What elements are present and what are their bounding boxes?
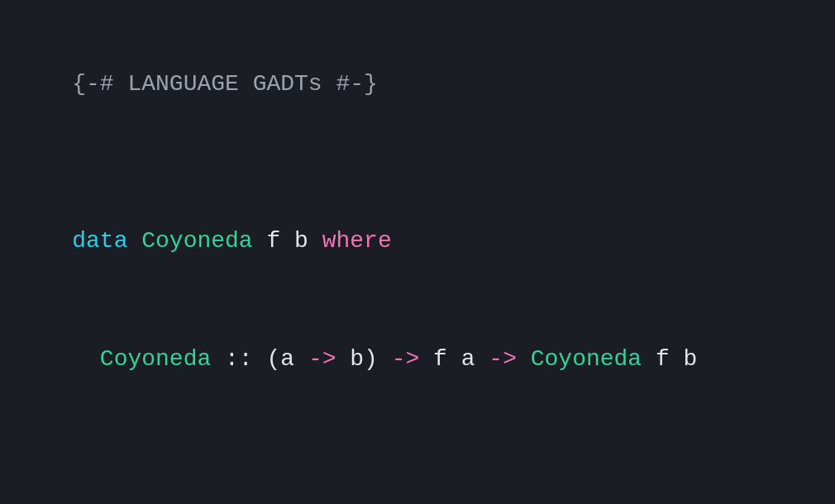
constructor-sig-end: f b (642, 346, 697, 372)
keyword-where: where (322, 228, 392, 254)
type-coyoneda-1: Coyoneda (141, 228, 252, 254)
arrow-1: -> (308, 346, 336, 372)
constructor-coyoneda: Coyoneda (100, 346, 211, 372)
code-container: {-# LANGUAGE GADTs #-} data Coyoneda f b… (17, 25, 818, 504)
indent-1 (72, 346, 100, 372)
type-params-1: f b (253, 228, 322, 254)
constructor-sig-mid2: f a (419, 346, 489, 372)
constructor-sig-space (517, 346, 531, 372)
type-coyoneda-2: Coyoneda (531, 346, 642, 372)
keyword-data: data (72, 228, 141, 254)
pragma-text: {-# LANGUAGE GADTs #-} (72, 71, 378, 97)
pragma-line: {-# LANGUAGE GADTs #-} (17, 25, 818, 143)
data-declaration-line: data Coyoneda f b where (17, 182, 818, 300)
constructor-sig-open: :: (a (211, 346, 308, 372)
blank-1 (17, 143, 818, 183)
constructor-sig-mid1: b) (336, 346, 391, 372)
arrow-2: -> (392, 346, 420, 372)
blank-2 (17, 418, 818, 458)
constructor-line: Coyoneda :: (a -> b) -> f a -> Coyoneda … (17, 300, 818, 418)
comment-line: -- fmap :: (a -> b) -> f a -> f b (17, 458, 818, 504)
arrow-3: -> (489, 346, 517, 372)
